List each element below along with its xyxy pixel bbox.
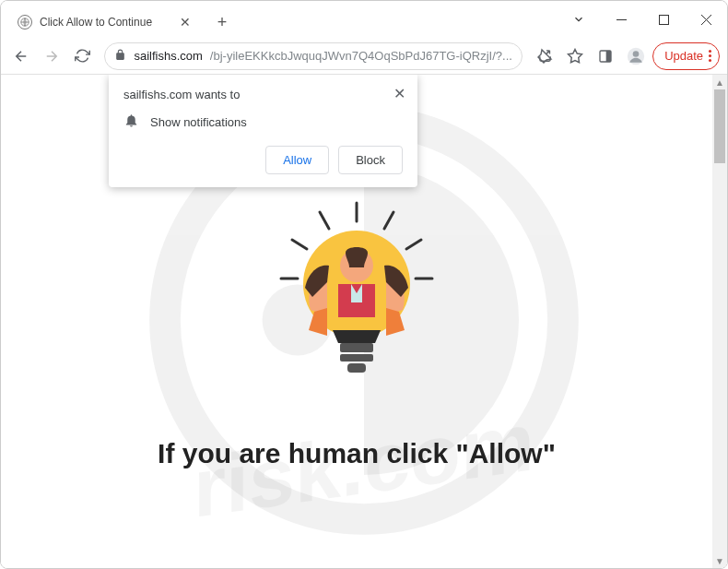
svg-line-10 [320, 212, 329, 229]
svg-line-12 [292, 240, 307, 249]
url-host: sailfishs.com [134, 49, 202, 63]
update-button[interactable]: Update [652, 42, 720, 70]
update-label: Update [664, 49, 703, 63]
bell-icon [123, 113, 139, 131]
window-controls [558, 1, 727, 38]
scroll-down-arrow-icon[interactable]: ▼ [712, 553, 727, 568]
menu-dots-icon [709, 50, 711, 62]
lock-icon [114, 48, 126, 65]
svg-rect-21 [340, 354, 373, 362]
block-button[interactable]: Block [338, 146, 403, 174]
svg-rect-22 [347, 363, 366, 373]
permission-text: Show notifications [150, 115, 247, 129]
notification-permission-dialog: ✕ sailfishs.com wants to Show notificati… [109, 75, 417, 187]
dialog-close-icon[interactable]: ✕ [390, 84, 408, 102]
profile-icon[interactable] [622, 41, 649, 71]
svg-rect-2 [659, 15, 668, 24]
dialog-title: sailfishs.com wants to [123, 88, 403, 101]
url-path: /bj-yileEKKkcbJwquqJWvn7Q4OqSbPdJ67TG-iQ… [210, 49, 512, 63]
svg-rect-20 [340, 343, 373, 352]
browser-toolbar: sailfishs.com/bj-yileEKKkcbJwquqJWvn7Q4O… [1, 38, 727, 75]
svg-point-6 [632, 51, 639, 57]
svg-line-13 [406, 240, 421, 249]
address-bar[interactable]: sailfishs.com/bj-yileEKKkcbJwquqJWvn7Q4O… [104, 42, 522, 70]
reload-button[interactable] [69, 41, 96, 71]
close-button[interactable] [685, 1, 727, 38]
allow-button[interactable]: Allow [265, 146, 329, 174]
titlebar: Click Allow to Continue ✕ + [1, 1, 727, 38]
lightbulb-illustration [274, 199, 440, 387]
minimize-button[interactable] [600, 1, 642, 38]
back-button[interactable] [8, 41, 35, 71]
maximize-button[interactable] [642, 1, 685, 38]
headline-text: If you are human click "Allow" [1, 438, 712, 469]
browser-tab[interactable]: Click Allow to Continue ✕ [8, 6, 202, 38]
svg-line-11 [384, 212, 393, 229]
svg-rect-1 [616, 19, 627, 20]
forward-button[interactable] [39, 41, 65, 71]
share-icon[interactable] [532, 41, 558, 71]
tab-title: Click Allow to Continue [40, 16, 178, 29]
new-tab-button[interactable]: + [209, 9, 235, 35]
extensions-icon[interactable] [593, 41, 619, 71]
permission-row: Show notifications [123, 113, 403, 131]
globe-icon [18, 15, 32, 30]
svg-rect-4 [606, 51, 611, 62]
bookmark-star-icon[interactable] [562, 41, 589, 71]
page-viewport: risk.com ✕ sailfishs.com wants to Show n… [1, 75, 727, 568]
caret-down-icon[interactable] [558, 1, 600, 38]
tab-close-icon[interactable]: ✕ [178, 15, 193, 30]
